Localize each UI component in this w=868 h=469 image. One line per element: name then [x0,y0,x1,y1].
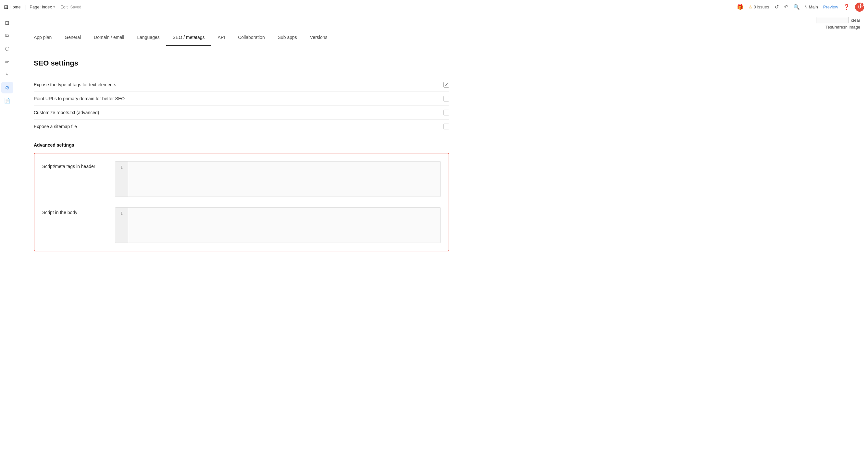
tab-api[interactable]: API [211,30,232,46]
editor-gutter: 1 [115,162,128,197]
sidebar-item-doc[interactable]: 📄 [1,95,13,106]
sidebar-item-database[interactable]: ⬡ [1,43,13,55]
refresh-icon[interactable]: ↺ [775,4,779,10]
tab-app-plan[interactable]: App plan [27,30,58,46]
setting-row-robots: Customize robots.txt (advanced) [34,106,449,120]
brush-icon: ✏ [5,59,9,65]
tab-seo-metatags[interactable]: SEO / metatags [166,30,211,46]
checkbox-robots[interactable] [443,110,449,115]
branch-name: Main [809,4,818,9]
setting-row-expose-tags: Expose the type of tags for text element… [34,78,449,92]
git-icon: ⑂ [5,72,9,77]
script-header-label: Script/meta tags in header [42,161,107,197]
page-name: Page: index [30,4,52,9]
edit-label: Edit [60,4,67,9]
seo-content: SEO settings Expose the type of tags for… [14,46,469,264]
topbar: ⊞ Home | Page: index ▾ Edit Saved 🎁 ⚠ 0 … [0,0,868,14]
main-content: clear Test/refresh image App plan Genera… [14,14,868,469]
checkbox-sitemap[interactable] [443,124,449,129]
advanced-section: Script/meta tags in header 1 Script in t… [34,153,449,252]
topbar-actions: 🎁 ⚠ 0 issues ↺ ↶ 🔍 ⑂ Main Preview ❓ U [737,3,864,12]
test-refresh-label[interactable]: Test/refresh image [826,25,860,30]
branch-selector[interactable]: ⑂ Main [805,4,818,9]
page-selector[interactable]: Page: index ▾ [30,4,55,9]
page-title: SEO settings [34,59,449,67]
line-number-1: 1 [120,164,123,171]
script-body-editor[interactable]: 1 [115,207,441,243]
sidebar-item-brush[interactable]: ✏ [1,56,13,67]
layout: ⊞ ⧉ ⬡ ✏ ⑂ ⚙ 📄 clear Test [0,14,868,469]
setting-label-robots: Customize robots.txt (advanced) [34,110,99,115]
branch-icon: ⑂ [805,4,808,9]
setting-row-point-urls: Point URLs to primary domain for better … [34,92,449,106]
tab-languages[interactable]: Languages [130,30,166,46]
database-icon: ⬡ [5,46,9,52]
search-icon[interactable]: 🔍 [793,4,800,10]
issues-indicator[interactable]: ⚠ 0 issues [748,4,769,9]
tab-collaboration[interactable]: Collaboration [231,30,271,46]
saved-status: Saved [70,5,81,9]
tab-sub-apps[interactable]: Sub apps [271,30,304,46]
setting-label-expose-tags: Expose the type of tags for text element… [34,82,116,87]
test-refresh-input[interactable] [816,17,848,23]
gift-icon[interactable]: 🎁 [737,4,743,10]
tabs: App plan General Domain / email Language… [14,30,868,46]
tab-domain-email[interactable]: Domain / email [87,30,130,46]
sidebar-item-settings[interactable]: ⚙ [1,82,13,93]
user-avatar[interactable]: U [855,3,864,12]
advanced-settings-title: Advanced settings [34,142,449,147]
grid-icon: ⊞ [4,4,8,10]
home-label: Home [9,4,21,9]
home-button[interactable]: ⊞ Home [4,4,21,10]
script-header-editor[interactable]: 1 [115,161,441,197]
sidebar-item-git[interactable]: ⑂ [1,69,13,80]
sidebar-item-grid[interactable]: ⊞ [1,17,13,29]
sidebar: ⊞ ⧉ ⬡ ✏ ⑂ ⚙ 📄 [0,14,14,469]
chevron-down-icon: ▾ [53,5,55,9]
tab-versions[interactable]: Versions [304,30,334,46]
script-body-label: Script in the body [42,207,107,243]
layers-icon: ⧉ [5,33,9,39]
line-number-2: 1 [120,210,123,217]
script-body-input[interactable] [128,208,440,243]
topbar-divider: | [25,4,26,10]
setting-label-sitemap: Expose a sitemap file [34,124,77,129]
settings-icon: ⚙ [5,85,9,91]
checkbox-point-urls[interactable] [443,96,449,102]
script-header-row: Script/meta tags in header 1 [42,161,441,197]
issues-count: 0 issues [754,4,769,9]
preview-button[interactable]: Preview [823,4,838,9]
settings-list: Expose the type of tags for text element… [34,78,449,133]
editor-gutter-2: 1 [115,208,128,243]
checkmark-icon: ✓ [445,82,448,87]
undo-icon[interactable]: ↶ [784,4,788,10]
help-icon[interactable]: ❓ [843,4,850,10]
test-refresh-area: clear Test/refresh image [14,14,868,30]
clear-button[interactable]: clear [851,18,860,23]
warning-icon: ⚠ [748,4,752,9]
tab-general[interactable]: General [58,30,87,46]
checkbox-expose-tags[interactable]: ✓ [443,82,449,88]
script-body-row: Script in the body 1 [42,207,441,243]
setting-label-point-urls: Point URLs to primary domain for better … [34,96,125,101]
script-header-input[interactable] [128,162,440,197]
sidebar-item-layers[interactable]: ⧉ [1,30,13,41]
setting-row-sitemap: Expose a sitemap file [34,120,449,133]
doc-icon: 📄 [4,98,10,104]
grid-icon: ⊞ [5,20,9,26]
